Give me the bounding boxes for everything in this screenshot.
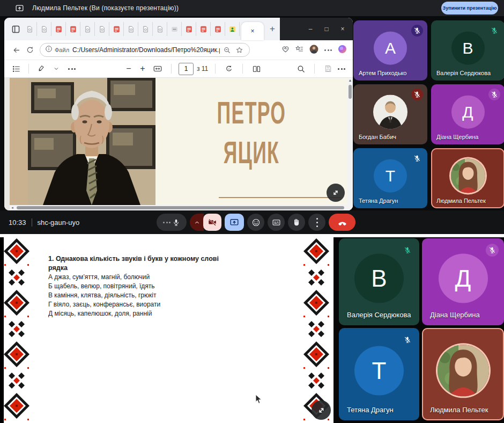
active-tab[interactable]: ×: [241, 22, 264, 40]
avatar: В: [354, 254, 404, 303]
tab-actions-menu-icon[interactable]: [9, 22, 23, 36]
highlighter-icon[interactable]: [35, 62, 48, 75]
fit-width-icon[interactable]: [151, 62, 164, 75]
mouse-cursor: [255, 394, 262, 406]
participant-tile[interactable]: ДДіана Щербина: [431, 84, 504, 144]
participant-tile[interactable]: Людмила Пельтек: [422, 328, 504, 420]
chat-tab-icon[interactable]: [167, 22, 182, 36]
participant-tile[interactable]: ТТетяна Драгун: [353, 148, 427, 208]
participant-tile[interactable]: ВВалерія Сердюкова: [339, 238, 419, 325]
raise-hand-button[interactable]: [288, 214, 305, 231]
maximize-button[interactable]: □: [318, 25, 335, 33]
scroll-left-icon[interactable]: ◂: [10, 206, 15, 210]
mic-icon: [172, 218, 180, 227]
mic-muted-icon: [401, 333, 414, 346]
favorite-star-icon[interactable]: [234, 45, 244, 55]
address-bar[interactable]: Файл C:/Users/Administrator/Downloads/Пе…: [40, 43, 250, 57]
slide-accent-strip: [10, 78, 28, 205]
new-tab-button[interactable]: +: [266, 23, 279, 35]
participant-name: Діана Щербина: [430, 311, 480, 319]
url-text[interactable]: C:/Users/Administrator/Downloads/Петро%2…: [72, 46, 220, 54]
zoom-in-icon[interactable]: +: [137, 64, 148, 74]
participant-name: Валерія Сердюкова: [436, 70, 491, 76]
expand-presentation-button-2[interactable]: [312, 400, 331, 420]
scroll-up-icon[interactable]: ▲: [347, 78, 353, 83]
close-window-button[interactable]: ×: [335, 25, 351, 33]
zoom-out-icon[interactable]: −: [123, 64, 134, 74]
refresh-icon[interactable]: [24, 43, 36, 56]
page-number-input[interactable]: 1: [179, 63, 194, 75]
participant-tile[interactable]: ААртем Приходько: [353, 20, 427, 81]
portrait-photo: [28, 78, 155, 205]
expand-presentation-button[interactable]: [327, 184, 345, 202]
mic-button[interactable]: [157, 214, 187, 231]
toolbar-right-icons: [281, 44, 347, 56]
avatar-photo: [451, 159, 485, 193]
pdf-tab-icon[interactable]: [182, 22, 196, 36]
rotate-icon[interactable]: [223, 62, 235, 75]
save-icon[interactable]: [322, 62, 335, 75]
chevron-down-icon[interactable]: [50, 62, 63, 75]
more-options-button[interactable]: [308, 214, 325, 231]
page-info-icon[interactable]: [45, 45, 53, 55]
doc-tab-icon[interactable]: [95, 22, 109, 36]
stop-presenting-button[interactable]: Зупинити презентацію: [441, 2, 498, 14]
pdf-right-more-icon[interactable]: [338, 68, 345, 70]
horizontal-scroll-thumb[interactable]: [17, 206, 344, 209]
doc-tab-icon[interactable]: [37, 22, 51, 36]
pdf-tab-icon[interactable]: [66, 22, 80, 36]
camera-options-chevron[interactable]: [190, 214, 204, 231]
doc-tab-icon[interactable]: [23, 22, 37, 36]
doc-tab-icon[interactable]: [138, 22, 153, 36]
doc-tab-icon[interactable]: [124, 22, 138, 36]
captions-button[interactable]: [268, 214, 285, 231]
participant-tile[interactable]: ДДіана Щербина: [422, 238, 504, 325]
present-screen-button[interactable]: [225, 214, 244, 231]
participant-tile[interactable]: ВВалерія Сердюкова: [431, 20, 504, 81]
search-icon[interactable]: [294, 62, 307, 75]
participant-name: Богдан Бабич: [359, 134, 396, 140]
pdf-more-icon[interactable]: [68, 68, 76, 70]
page-view-icon[interactable]: [250, 62, 263, 75]
vertical-scroll-thumb[interactable]: [349, 85, 352, 99]
mic-muted-icon: [411, 152, 423, 164]
slide-title-line2: ЯЦИК: [188, 135, 315, 170]
browser-tab-strip: × + – □ ×: [4, 18, 353, 40]
reactions-button[interactable]: [247, 214, 264, 231]
meet-call-screen: Людмила Пельтек (Ви (показуєте презентац…: [0, 0, 504, 423]
quiz-option-d: Д місяць, капелюшок, доля, ранній: [48, 309, 279, 318]
avatar: А: [374, 32, 407, 65]
divider: [32, 218, 32, 227]
profile-avatar[interactable]: [309, 44, 319, 56]
pdf-tab-icon[interactable]: [109, 22, 124, 36]
horizontal-scrollbar[interactable]: ◂: [10, 205, 347, 210]
participant-tile[interactable]: Людмила Пельтек: [431, 148, 504, 208]
pdf-tab-icon[interactable]: [211, 22, 225, 36]
quiz-heading-line1: 1. Однакова кількість звуків і букв у ко…: [48, 254, 279, 264]
toc-icon[interactable]: [10, 62, 23, 75]
vertical-scrollbar[interactable]: ▲: [347, 78, 353, 210]
browser-toolbar: Файл C:/Users/Administrator/Downloads/Пе…: [4, 40, 353, 60]
quiz-slide: 1. Однакова кількість звуків і букв у ко…: [0, 237, 333, 423]
quiz-heading-line2: рядка: [48, 264, 279, 273]
presenter-label: Людмила Пельтек (Ви (показуєте презентац…: [32, 4, 179, 12]
copilot-icon[interactable]: [337, 44, 347, 56]
profile-tab-icon[interactable]: [225, 22, 240, 36]
close-tab-icon[interactable]: ×: [250, 27, 254, 35]
mic-options-icon[interactable]: [163, 222, 171, 223]
doc-tab-icon[interactable]: [80, 22, 95, 36]
participant-tile[interactable]: ТТетяна Драгун: [339, 328, 419, 420]
favorites-list-icon[interactable]: [295, 45, 304, 56]
browser-essentials-icon[interactable]: [281, 45, 290, 56]
mic-muted-icon: [411, 25, 423, 37]
participant-tile[interactable]: Богдан Бабич: [353, 84, 427, 144]
end-call-button[interactable]: [329, 214, 355, 231]
back-icon[interactable]: [10, 43, 23, 56]
browser-menu-icon[interactable]: [324, 49, 332, 51]
minimize-button[interactable]: –: [302, 25, 318, 33]
zoom-out-page-icon[interactable]: [221, 45, 232, 55]
camera-off-button[interactable]: [203, 214, 221, 231]
pdf-tab-icon[interactable]: [196, 22, 211, 36]
doc-tab-icon[interactable]: [153, 22, 167, 36]
pdf-tab-icon[interactable]: [51, 22, 66, 36]
